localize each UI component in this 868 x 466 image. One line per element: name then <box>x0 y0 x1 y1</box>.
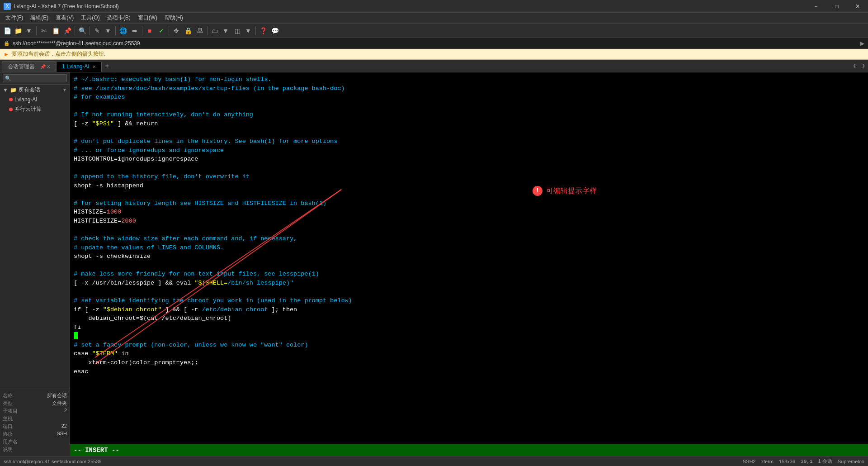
arrow-button[interactable]: ➡ <box>129 25 140 36</box>
term-line-2: # see /usr/share/doc/bash/examples/start… <box>74 84 864 93</box>
term-line-19: # set variable identifying the chroot yo… <box>74 296 864 305</box>
sidebar-sort-icon[interactable]: ▼ <box>62 87 67 92</box>
toolbar-sep-6 <box>169 26 169 35</box>
prop-row-name: 名称 所有会话 <box>3 392 67 399</box>
insert-mode-indicator: -- INSERT -- <box>70 444 868 456</box>
statusbar: ssh://root@region-41.seetacloud.com:2553… <box>0 456 868 466</box>
monitor-dropdown[interactable]: ▼ <box>243 25 254 36</box>
expand-button[interactable]: ✥ <box>171 25 182 36</box>
term-line-24: xterm-color)color_prompt=yes;; <box>74 358 864 367</box>
term-line-10: shopt -s histappend <box>74 181 864 190</box>
prop-label-name: 名称 <box>3 392 13 399</box>
statusbar-position: 30,1 <box>801 459 812 464</box>
maximize-button[interactable]: □ <box>826 0 847 13</box>
active-tab[interactable]: 1 Lvlang-AI ✕ <box>56 61 102 72</box>
prop-value-port: 22 <box>61 423 67 430</box>
search-button[interactable]: 🔍 <box>77 25 88 36</box>
prop-row-desc: 说明 <box>3 446 67 453</box>
dropdown-button[interactable]: ▼ <box>24 25 34 36</box>
copy-button[interactable]: 📋 <box>50 25 61 36</box>
term-line-21: debian_chroot=$(cat /etc/debian_chroot) <box>74 314 864 323</box>
term-line-11: # for setting history length see HISTSIZ… <box>74 199 864 208</box>
term-line-14: # check the window size after each comma… <box>74 234 864 243</box>
info-text: 要添加当前会话，点击左侧的箭头按钮. <box>12 50 105 58</box>
toolbar-sep-8 <box>255 26 256 35</box>
menu-tabs[interactable]: 选项卡(B) <box>104 13 134 23</box>
sidebar-item-parallel[interactable]: 并行云计算 <box>0 104 70 114</box>
globe-button[interactable]: 🌐 <box>118 25 128 36</box>
sidebar-search-input[interactable] <box>3 74 67 82</box>
term-line-blank-1 <box>74 102 864 111</box>
term-line-blank-5 <box>74 226 864 235</box>
compose-button[interactable]: ✎ <box>92 25 103 36</box>
tab-nav-arrows: ❮ ❯ <box>850 59 868 72</box>
folder-button[interactable]: 🗀 <box>209 25 220 36</box>
menu-view[interactable]: 查看(V) <box>52 13 77 23</box>
tab-next-button[interactable]: ❯ <box>859 59 868 72</box>
prop-value-children: 2 <box>64 408 67 414</box>
toolbar-file-group: 📄 📁 ▼ <box>2 25 34 36</box>
prop-value-name: 所有会话 <box>47 392 67 399</box>
sync-button[interactable]: ✓ <box>156 25 167 36</box>
toolbar-sep-3 <box>90 26 90 35</box>
tab-pin-icon[interactable]: 📌 <box>40 64 46 69</box>
menu-help[interactable]: 帮助(H) <box>161 13 187 23</box>
term-line-fi: fi <box>74 323 864 332</box>
close-button[interactable]: ✕ <box>847 0 868 13</box>
term-line-blank-6 <box>74 261 864 270</box>
session-status-dot <box>9 98 13 101</box>
session-status-dot-2 <box>9 108 13 111</box>
term-line-20: if [ -z "$debian_chroot" ] && [ -r /etc/… <box>74 305 864 314</box>
statusbar-ssh: SSH2 <box>743 459 756 464</box>
term-line-18: [ -x /usr/bin/lesspipe ] && eval "$(SHEL… <box>74 279 864 288</box>
active-tab-close[interactable]: ✕ <box>92 64 96 69</box>
folder-icon: 📁 <box>10 87 17 93</box>
addr-arrow[interactable]: ▶ <box>860 40 864 47</box>
prop-label-type: 类型 <box>3 400 13 407</box>
term-line-23: case "$TERM" in <box>74 349 864 358</box>
toolbar-sep-5 <box>142 26 142 35</box>
sidebar-all-sessions[interactable]: ▼ 📁 所有会话 ▼ <box>0 85 70 95</box>
paste-button[interactable]: 📌 <box>62 25 73 36</box>
toolbar-monitor-group: ◫ ▼ <box>232 25 254 36</box>
stop-button[interactable]: ■ <box>144 25 155 36</box>
help-button[interactable]: ❓ <box>258 25 269 36</box>
open-button[interactable]: 📁 <box>13 25 24 36</box>
sessions-manager-tab[interactable]: 会话管理器 📌 ✕ <box>2 61 56 72</box>
cut-button[interactable]: ✄ <box>38 25 49 36</box>
prop-label-host: 主机 <box>3 415 13 422</box>
menu-edit[interactable]: 编辑(E) <box>27 13 52 23</box>
address-text[interactable]: ssh://root:*********@region-41.seetaclou… <box>13 40 140 47</box>
statusbar-left: ssh://root@region-41.seetacloud.com:2553… <box>4 459 102 464</box>
prop-row-username: 用户名 <box>3 438 67 446</box>
menu-file[interactable]: 文件(F) <box>2 13 27 23</box>
compose2-button[interactable]: 💬 <box>269 25 280 36</box>
sidebar-search-bar <box>0 72 70 85</box>
main-area: ▼ 📁 所有会话 ▼ Lvlang-AI 并行云计算 名称 所有会话 类型 文件… <box>0 72 868 456</box>
term-line-15: # update the values of LINES and COLUMNS… <box>74 243 864 252</box>
menu-tools[interactable]: 工具(O) <box>77 13 103 23</box>
term-line-22: # set a fancy prompt (non-color, unless … <box>74 341 864 350</box>
compose-dropdown[interactable]: ▼ <box>103 25 113 36</box>
add-tab-button[interactable]: + <box>102 61 113 72</box>
statusbar-right: SSH2 xterm 153x36 30,1 1 会话 Supremeloo <box>743 458 864 465</box>
insert-mode-label: -- INSERT -- <box>74 446 119 455</box>
new-button[interactable]: 📄 <box>2 25 13 36</box>
term-line-cursor <box>74 332 864 341</box>
lock-button[interactable]: 🔒 <box>183 25 193 36</box>
prop-label-children: 子项目 <box>3 408 18 414</box>
sidebar-item-lvlang[interactable]: Lvlang-AI <box>0 95 70 104</box>
toolbar: 📄 📁 ▼ ✄ 📋 📌 🔍 ✎ ▼ 🌐 ➡ ■ ✓ ✥ 🔒 🖶 🗀 ▼ ◫ ▼ … <box>0 24 868 38</box>
toolbar-sep-4 <box>115 26 116 35</box>
terminal[interactable]: # ~/.bashrc: executed by bash(1) for non… <box>70 72 868 456</box>
toolbar-sep-1 <box>36 26 37 35</box>
monitor-button[interactable]: ◫ <box>232 25 243 36</box>
sessions-tab-close[interactable]: ✕ <box>47 64 50 69</box>
session-lvlang-label: Lvlang-AI <box>14 96 38 103</box>
minimize-button[interactable]: − <box>806 0 826 13</box>
folder-dropdown[interactable]: ▼ <box>220 25 231 36</box>
tab-prev-button[interactable]: ❮ <box>850 59 859 72</box>
menu-window[interactable]: 窗口(W) <box>134 13 161 23</box>
tab-bar: 会话管理器 📌 ✕ 1 Lvlang-AI ✕ + ❮ ❯ <box>0 60 868 72</box>
print-button[interactable]: 🖶 <box>194 25 205 36</box>
